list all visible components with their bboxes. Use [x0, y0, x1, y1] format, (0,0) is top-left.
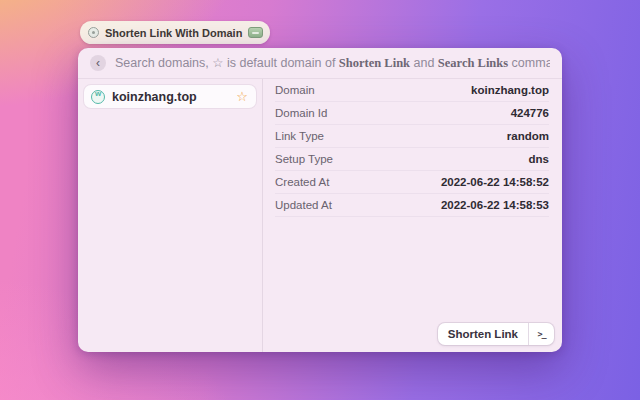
- detail-value: koinzhang.top: [471, 84, 549, 96]
- detail-value: 424776: [511, 107, 549, 119]
- search-bar: ‹ Search domains, ☆ is default domain of…: [78, 48, 562, 79]
- command-status-icon: [88, 27, 99, 38]
- detail-label: Domain Id: [275, 107, 327, 119]
- detail-label: Domain: [275, 84, 315, 96]
- domain-title: koinzhang.top: [112, 90, 229, 104]
- back-button[interactable]: ‹: [90, 55, 106, 71]
- raycast-window: ‹ Search domains, ☆ is default domain of…: [78, 48, 562, 352]
- search-placeholder-suffix: command...: [508, 56, 550, 70]
- detail-value: random: [507, 130, 549, 142]
- detail-label: Created At: [275, 176, 329, 188]
- detail-label: Setup Type: [275, 153, 333, 165]
- main-content: koinzhang.top ☆ Domain koinzhang.top Dom…: [78, 79, 562, 352]
- domain-favicon: [91, 90, 105, 104]
- search-placeholder-prefix: Search domains, ☆ is default domain of: [115, 56, 339, 70]
- shorten-link-button[interactable]: Shorten Link >_: [438, 323, 554, 345]
- command-tag-label: Shorten Link With Domain: [105, 27, 242, 39]
- detail-row-domain: Domain koinzhang.top: [275, 79, 549, 102]
- detail-row-link-type: Link Type random: [275, 125, 549, 148]
- detail-label: Link Type: [275, 130, 324, 142]
- search-placeholder-command-1: Shorten Link: [339, 56, 410, 70]
- search-input[interactable]: Search domains, ☆ is default domain of S…: [115, 55, 550, 71]
- detail-row-created-at: Created At 2022-06-22 14:58:52: [275, 171, 549, 194]
- command-tag[interactable]: Shorten Link With Domain: [80, 21, 270, 44]
- search-placeholder-mid: and: [410, 56, 438, 70]
- shorten-link-icon: [248, 27, 263, 38]
- detail-row-domain-id: Domain Id 424776: [275, 102, 549, 125]
- detail-label: Updated At: [275, 199, 332, 211]
- domain-list: koinzhang.top ☆: [78, 79, 263, 352]
- detail-value: dns: [529, 153, 549, 165]
- detail-value: 2022-06-22 14:58:53: [441, 199, 549, 211]
- default-star-icon: ☆: [236, 90, 248, 103]
- return-key-icon: >_: [528, 323, 554, 345]
- detail-panel: Domain koinzhang.top Domain Id 424776 Li…: [263, 79, 562, 352]
- back-chevron-icon: ‹: [96, 57, 100, 69]
- list-item-domain[interactable]: koinzhang.top ☆: [84, 85, 256, 108]
- detail-row-updated-at: Updated At 2022-06-22 14:58:53: [275, 194, 549, 217]
- detail-row-setup-type: Setup Type dns: [275, 148, 549, 171]
- detail-value: 2022-06-22 14:58:52: [441, 176, 549, 188]
- action-label: Shorten Link: [438, 328, 528, 340]
- search-placeholder-command-2: Search Links: [438, 56, 508, 70]
